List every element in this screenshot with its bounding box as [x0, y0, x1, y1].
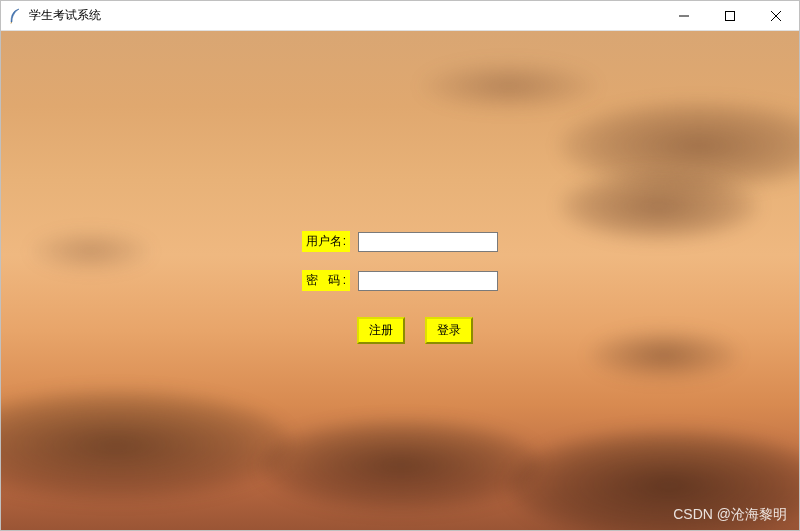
- decorative-cloud: [261, 420, 541, 510]
- close-button[interactable]: [753, 1, 799, 30]
- username-row: 用户名:: [302, 231, 498, 252]
- window-title: 学生考试系统: [29, 7, 661, 24]
- decorative-cloud: [509, 430, 799, 530]
- decorative-cloud: [559, 171, 759, 241]
- decorative-cloud: [589, 330, 739, 380]
- button-row: 注册 登录: [357, 317, 473, 344]
- decorative-cloud: [31, 231, 151, 271]
- decorative-cloud: [1, 390, 291, 500]
- decorative-cloud: [419, 61, 599, 111]
- maximize-button[interactable]: [707, 1, 753, 30]
- feather-icon: [7, 8, 23, 24]
- password-row: 密 码:: [302, 270, 498, 291]
- login-form: 用户名: 密 码: 注册 登录: [302, 231, 498, 344]
- password-label: 密 码:: [302, 270, 350, 291]
- window-controls: [661, 1, 799, 30]
- password-input[interactable]: [358, 271, 498, 291]
- svg-rect-1: [726, 11, 735, 20]
- username-label: 用户名:: [302, 231, 350, 252]
- register-button[interactable]: 注册: [357, 317, 405, 344]
- content-area: 用户名: 密 码: 注册 登录 CSDN @沧海黎明: [1, 31, 799, 530]
- login-button[interactable]: 登录: [425, 317, 473, 344]
- username-input[interactable]: [358, 232, 498, 252]
- application-window: 学生考试系统 用户名: 密 码:: [0, 0, 800, 531]
- titlebar: 学生考试系统: [1, 1, 799, 31]
- minimize-button[interactable]: [661, 1, 707, 30]
